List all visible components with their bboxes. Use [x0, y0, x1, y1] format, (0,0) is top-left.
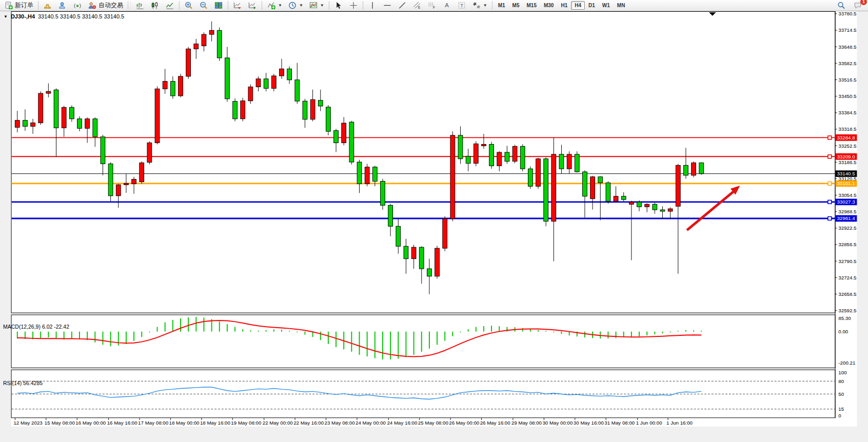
text-button[interactable]: A: [440, 0, 454, 11]
candle-body: [411, 247, 416, 258]
macd-values: 6.02 -22.42: [42, 324, 69, 330]
search-button[interactable]: [834, 0, 849, 11]
text-label-icon: T: [457, 1, 466, 10]
separator: [492, 1, 492, 10]
dropdown-caret[interactable]: ▼: [320, 3, 324, 8]
candle-body: [699, 163, 704, 174]
timeframe-H4[interactable]: H4: [571, 1, 585, 10]
search-icon: [837, 1, 846, 10]
svg-text:F: F: [433, 6, 435, 9]
dropdown-caret[interactable]: ▼: [278, 3, 282, 8]
main-toolbar: 新订单 自动交易: [0, 0, 868, 11]
zoom-out-button[interactable]: [196, 0, 211, 11]
timeframe-M15[interactable]: M15: [523, 1, 540, 10]
time-tick-label: 29 May 08:00: [511, 420, 542, 426]
timeframe-M5[interactable]: M5: [509, 1, 523, 10]
candle-body: [108, 164, 113, 195]
candle-body: [170, 82, 175, 96]
templates-button[interactable]: ▼: [306, 0, 327, 11]
symbol-dropdown-icon[interactable]: ▼: [4, 14, 8, 19]
chart-shift-button[interactable]: [245, 0, 260, 11]
rsi-axis-label: 50: [838, 391, 844, 397]
zoom-in-button[interactable]: [182, 0, 196, 11]
price-tick-label: 32988.5: [838, 209, 856, 214]
chart-canvas[interactable]: 33780.533714.533648.533582.533516.533450…: [0, 11, 868, 442]
cloud-user-icon: [58, 1, 67, 10]
indicators-button[interactable]: ▼: [264, 0, 285, 11]
toolbar-drag-handle[interactable]: [128, 2, 131, 9]
gold-button[interactable]: [41, 0, 55, 11]
text-label-button[interactable]: T: [455, 0, 469, 11]
community-button[interactable]: [55, 0, 70, 11]
timeframe-D1[interactable]: D1: [585, 1, 599, 10]
candle-body: [209, 30, 214, 34]
candle-body: [69, 107, 74, 118]
candle-chart-button[interactable]: [148, 0, 162, 11]
cursor-button[interactable]: [331, 0, 346, 11]
macd-axis-label: 0.00: [838, 329, 849, 334]
line-chart-button[interactable]: [163, 0, 177, 11]
timeframe-M1[interactable]: M1: [495, 1, 509, 10]
timeframe-M30[interactable]: M30: [540, 1, 557, 10]
candle-body: [474, 144, 478, 163]
auto-trading-button[interactable]: 自动交易: [85, 0, 126, 11]
line-chart-icon: [165, 1, 174, 10]
arrows-button[interactable]: ▼: [469, 0, 490, 11]
crosshair-icon: [349, 1, 358, 10]
timeframe-MN[interactable]: MN: [614, 1, 629, 10]
bar-chart-button[interactable]: [133, 0, 147, 11]
time-tick-label: 17 May 08:00: [138, 420, 169, 426]
horizontal-line-button[interactable]: [380, 0, 394, 11]
time-tick-label: 22 May 16:00: [293, 420, 324, 426]
candle-body: [684, 165, 688, 175]
candle-body: [326, 107, 331, 131]
time-tick-label: 22 May 00:00: [263, 420, 293, 426]
candle-body: [583, 172, 587, 196]
tile-windows-button[interactable]: [211, 0, 226, 11]
price-badge-label: 33027.3: [837, 199, 855, 205]
candle-body: [280, 69, 284, 76]
fibonacci-button[interactable]: F: [425, 0, 439, 11]
trendline-button[interactable]: [395, 0, 409, 11]
periods-button[interactable]: ▼: [285, 0, 306, 11]
macd-pane: [11, 315, 835, 368]
crosshair-button[interactable]: [346, 0, 361, 11]
timeframe-W1[interactable]: W1: [599, 1, 614, 10]
candle-body: [38, 93, 43, 123]
vertical-line-button[interactable]: [365, 0, 380, 11]
timeframe-H1[interactable]: H1: [557, 1, 571, 10]
notifications-button[interactable]: 1: [851, 0, 865, 11]
gold-bars-icon: [43, 1, 52, 10]
new-order-button[interactable]: 新订单: [2, 0, 36, 11]
candle-body: [512, 146, 517, 161]
candle-body: [334, 131, 339, 143]
signal-button[interactable]: [70, 0, 85, 11]
time-tick-label: 18 May 00:00: [169, 420, 200, 426]
rsi-axis-label: 15: [838, 406, 844, 412]
candle-body: [233, 102, 238, 119]
candle-body: [93, 119, 97, 137]
candle-body: [186, 49, 191, 76]
auto-scroll-button[interactable]: [230, 0, 245, 11]
chart-title-row: ▼ DJ30-,H4 33140.5 33140.5 33140.5 33140…: [4, 13, 124, 19]
price-tick-label: 32922.5: [838, 225, 856, 231]
arrows-icon: [472, 1, 481, 10]
candle-body: [427, 269, 432, 276]
vertical-line-icon: [368, 1, 377, 10]
candle-body: [202, 34, 206, 46]
candle-body: [482, 144, 486, 146]
price-tick-label: 33252.5: [838, 143, 856, 149]
candle-body: [660, 210, 665, 211]
price-badge-label: 33140.5: [837, 171, 855, 176]
dropdown-caret[interactable]: ▼: [483, 3, 487, 8]
price-tick-label: 33318.5: [838, 126, 856, 132]
candle-body: [443, 219, 447, 248]
candle-body: [466, 156, 470, 164]
time-tick-label: 1 Jun 00:00: [636, 420, 662, 426]
fibonacci-icon: F: [427, 1, 437, 10]
channel-button[interactable]: E: [410, 0, 424, 11]
dropdown-caret[interactable]: ▼: [299, 3, 303, 8]
candle-body: [458, 135, 463, 159]
candle-body: [124, 183, 129, 185]
separator: [363, 1, 363, 10]
